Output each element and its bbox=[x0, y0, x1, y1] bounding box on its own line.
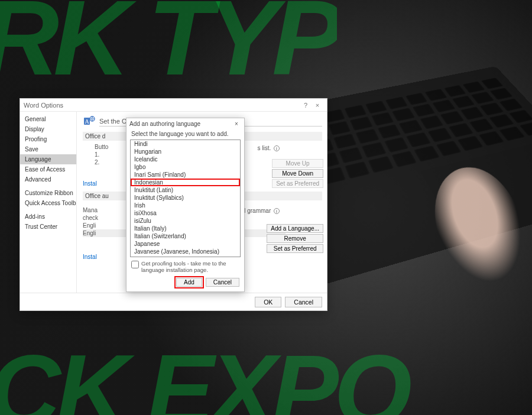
word-options-titlebar[interactable]: Word Options ? × bbox=[20, 99, 327, 112]
language-option[interactable]: Inuktitut (Latin) bbox=[131, 186, 240, 194]
language-option[interactable]: Irish bbox=[131, 202, 240, 209]
language-globe-icon: A bbox=[83, 115, 96, 128]
language-option[interactable]: Icelandic bbox=[131, 155, 240, 163]
add-lang-titlebar[interactable]: Add an authoring language × bbox=[126, 118, 244, 129]
sidebar-item-language[interactable]: Language bbox=[20, 154, 76, 164]
add-lang-instruction: Select the language you want to add. bbox=[126, 129, 244, 140]
sidebar-item-quick-access[interactable]: Quick Access Toolbar bbox=[20, 198, 76, 208]
language-option[interactable]: Hindi bbox=[131, 140, 240, 148]
cancel-button-inner[interactable]: Cancel bbox=[206, 278, 239, 287]
word-options-title: Word Options bbox=[24, 102, 63, 109]
svg-text:A: A bbox=[85, 118, 89, 125]
remove-language-button[interactable]: Remove bbox=[267, 234, 323, 243]
install-proofing-link[interactable]: Instal bbox=[83, 254, 97, 260]
close-icon[interactable]: × bbox=[312, 102, 323, 109]
sidebar-item-ease-of-access[interactable]: Ease of Access bbox=[20, 164, 76, 174]
language-option[interactable]: Hungarian bbox=[131, 148, 240, 155]
language-option[interactable]: Igbo bbox=[131, 163, 240, 171]
sidebar-item-save[interactable]: Save bbox=[20, 144, 76, 154]
proofing-tools-label: Get proofing tools - take me to the lang… bbox=[141, 260, 239, 273]
language-option[interactable]: Javanese (Javanese, Indonesia) bbox=[131, 248, 240, 255]
move-up-button[interactable]: Move Up bbox=[272, 159, 323, 168]
add-lang-title: Add an authoring language bbox=[129, 121, 200, 127]
display-list-hint: s list. bbox=[257, 145, 271, 151]
sidebar-item-addins[interactable]: Add-ins bbox=[20, 212, 76, 222]
language-option[interactable]: Indonesian bbox=[131, 179, 240, 186]
bg-green-text-top: RK TYPO bbox=[0, 0, 337, 95]
sidebar-item-general[interactable]: General bbox=[20, 114, 76, 124]
close-icon[interactable]: × bbox=[232, 121, 241, 127]
language-option[interactable]: Italian (Switzerland) bbox=[131, 232, 240, 240]
bg-green-text-bottom: CK EXPO bbox=[0, 332, 520, 415]
language-option[interactable]: Japanese bbox=[131, 240, 240, 248]
set-preferred-lang-button[interactable]: Set as Preferred bbox=[267, 244, 323, 253]
sidebar-item-trust-center[interactable]: Trust Center bbox=[20, 222, 76, 232]
language-option[interactable]: isiZulu bbox=[131, 217, 240, 225]
sidebar-item-proofing[interactable]: Proofing bbox=[20, 134, 76, 144]
info-icon: i bbox=[274, 145, 280, 151]
sidebar-item-customize-ribbon[interactable]: Customize Ribbon bbox=[20, 188, 76, 198]
options-sidebar: General Display Proofing Save Language E… bbox=[20, 112, 77, 293]
sidebar-item-advanced[interactable]: Advanced bbox=[20, 174, 76, 184]
sidebar-item-display[interactable]: Display bbox=[20, 124, 76, 134]
language-option[interactable]: Inari Sami (Finland) bbox=[131, 171, 240, 179]
ok-button[interactable]: OK bbox=[255, 297, 281, 307]
cancel-button[interactable]: Cancel bbox=[285, 297, 322, 307]
add-language-button[interactable]: Add a Language... bbox=[267, 224, 323, 233]
add-authoring-language-dialog: Add an authoring language × Select the l… bbox=[126, 118, 245, 292]
add-button[interactable]: Add bbox=[176, 278, 202, 287]
language-option[interactable]: Italian (Italy) bbox=[131, 225, 240, 232]
set-preferred-display-button[interactable]: Set as Preferred bbox=[272, 179, 323, 188]
move-down-button[interactable]: Move Down bbox=[272, 169, 323, 178]
language-option[interactable]: Inuktitut (Syllabics) bbox=[131, 194, 240, 202]
proofing-tools-checkbox[interactable] bbox=[131, 261, 139, 268]
help-icon[interactable]: ? bbox=[300, 102, 312, 109]
info-icon-2: i bbox=[274, 208, 280, 214]
language-option[interactable]: isiXhosa bbox=[131, 209, 240, 217]
language-listbox[interactable]: HindiHungarianIcelandicIgboInari Sami (F… bbox=[130, 140, 241, 257]
